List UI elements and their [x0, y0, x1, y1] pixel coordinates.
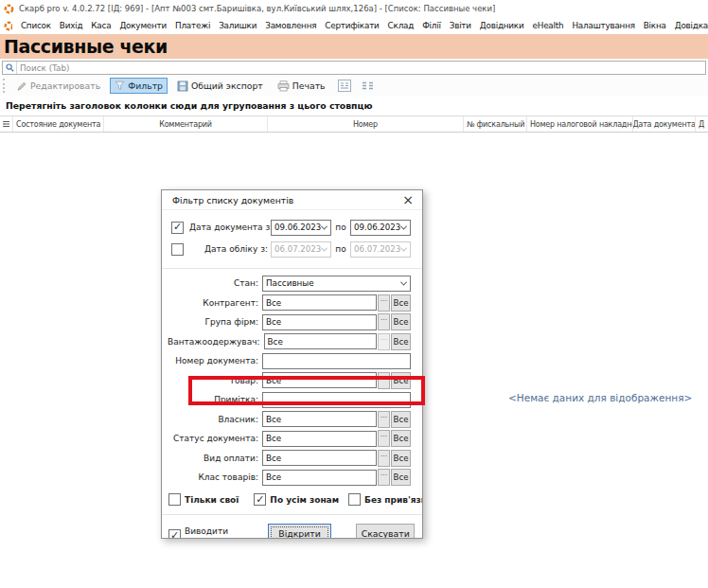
menu-item-14[interactable]: Вікна [644, 21, 666, 30]
no-cash-link-checkbox[interactable] [348, 493, 361, 506]
search-box[interactable] [2, 61, 706, 75]
filter-button[interactable]: Фильтр [110, 78, 168, 94]
menu-item-15[interactable]: Довідка [675, 21, 708, 30]
status-dokumenta-input[interactable]: Все [262, 431, 377, 447]
field-nomer-dokumenta: Номер документа: [168, 351, 411, 371]
toolbar-grip [3, 79, 6, 93]
app-window: Скарб pro v. 4.0.2.72 [ІД: 969] - [Апт №… [0, 0, 708, 588]
menu-item-9[interactable]: Філії [422, 21, 441, 30]
column-header-status[interactable]: Состояние документа [13, 116, 104, 132]
vantazhooderzhuvach-input[interactable]: Все [264, 333, 377, 349]
search-row [0, 59, 708, 76]
all-zones-option[interactable]: По усім зонам [254, 493, 339, 506]
open-button[interactable]: Відкрити [268, 524, 332, 540]
close-icon[interactable]: × [402, 194, 414, 205]
all-button[interactable]: Все [391, 430, 411, 447]
browse-button[interactable]: ... [378, 469, 390, 486]
kontragent-input[interactable]: Все [262, 294, 377, 311]
chevron-down-icon [400, 278, 407, 285]
date-between-label: по [334, 244, 347, 254]
edit-button[interactable]: Редактировать [11, 78, 105, 95]
menu-item-3[interactable]: Документи [119, 21, 167, 30]
fiscal-display-button[interactable] [335, 77, 354, 95]
menu-item-5[interactable]: Залишки [219, 21, 257, 30]
page-title: Пассивные чеки [4, 36, 168, 57]
dialog-title-bar: Фільтр списку документів × [162, 190, 422, 210]
date-filter-section: Дата документа з: 09.06.2023 по 09.06.20… [162, 210, 422, 269]
column-header-comment[interactable]: Комментарий [104, 116, 268, 132]
column-chooser-icon[interactable] [0, 116, 13, 132]
menu-item-10[interactable]: Звіти [450, 21, 471, 30]
doc-date-to-select[interactable]: 09.06.2023 [350, 220, 411, 236]
browse-button[interactable]: ... [378, 313, 390, 330]
account-date-label: Дата обліку з: [189, 244, 271, 254]
columns-icon [362, 81, 374, 91]
menu-item-1[interactable]: Вихід [60, 21, 82, 30]
account-date-from-select[interactable]: 06.07.2023 [271, 241, 331, 258]
all-button[interactable]: Все [391, 411, 411, 428]
print-button[interactable]: Печать [273, 78, 330, 95]
menu-item-6[interactable]: Замовлення [265, 21, 316, 30]
all-button[interactable]: Все [391, 294, 411, 312]
toolbar: Редактировать Фильтр Общий экспорт Печат… [0, 76, 708, 96]
always-show-checkbox[interactable] [168, 529, 181, 539]
menu-item-8[interactable]: Склад [388, 21, 415, 30]
funnel-icon [115, 80, 125, 91]
menu-item-4[interactable]: Платежі [175, 21, 210, 30]
vyd-oplaty-input[interactable]: Все [262, 450, 377, 466]
search-input[interactable] [17, 63, 705, 73]
no-cash-link-option[interactable]: Без прив'язки до каси [348, 493, 422, 506]
account-date-to-select[interactable]: 06.07.2023 [350, 241, 411, 258]
column-header-fiscal-number[interactable]: № фискальный [464, 116, 527, 132]
columns-button[interactable] [359, 79, 377, 94]
menu-item-13[interactable]: Налаштування [572, 21, 634, 30]
all-button[interactable]: Все [391, 450, 411, 467]
date-between-label: по [334, 223, 347, 232]
klas-tovariv-input[interactable]: Все [262, 470, 377, 486]
menu-item-2[interactable]: Каса [91, 21, 111, 30]
menu-item-7[interactable]: Сертифікати [325, 21, 379, 30]
chevron-down-icon [321, 244, 327, 251]
browse-button[interactable]: ... [378, 294, 390, 312]
account-date-checkbox[interactable] [171, 243, 184, 256]
doc-date-checkbox[interactable] [171, 222, 184, 234]
nomer-dokumenta-input[interactable] [262, 353, 411, 369]
always-show-option[interactable]: Виводити завжди [168, 526, 256, 540]
all-button[interactable]: Все [391, 313, 411, 330]
pencil-icon [16, 80, 27, 92]
stan-select[interactable]: Пассивные [262, 276, 411, 292]
column-header-doc-date[interactable]: Дата документа [633, 116, 696, 132]
doc-date-row: Дата документа з: 09.06.2023 по 09.06.20… [171, 218, 411, 237]
fiscal-display-icon [338, 80, 351, 92]
account-date-row: Дата обліку з: 06.07.2023 по 06.07.2023 [171, 240, 411, 258]
dialog-footer: Виводити завжди Відкрити Скасувати [162, 514, 422, 540]
only-own-option[interactable]: Тільки свої [168, 493, 239, 506]
browse-button[interactable]: ... [378, 450, 390, 467]
chevron-down-icon [400, 223, 407, 229]
app-logo-icon [4, 4, 14, 14]
app-logo-icon [4, 21, 12, 31]
vlasnyk-input[interactable]: Все [262, 411, 377, 427]
column-header-number[interactable]: Номер [268, 116, 464, 132]
chevron-down-icon [400, 244, 407, 251]
browse-button-disabled: ... [378, 333, 390, 350]
field-grupa-firm: Група фірм: Все ... Все [168, 312, 411, 332]
browse-button[interactable]: ... [378, 411, 390, 428]
doc-date-from-select[interactable]: 09.06.2023 [271, 220, 331, 236]
menu-item-11[interactable]: Довідники [480, 21, 524, 30]
cancel-button[interactable]: Скасувати [356, 524, 415, 540]
all-zones-checkbox[interactable] [254, 493, 266, 506]
browse-button[interactable]: ... [378, 430, 390, 447]
column-header-cut[interactable]: Д [696, 116, 708, 132]
all-button[interactable]: Все [391, 469, 411, 486]
export-button[interactable]: Общий экспорт [172, 78, 268, 95]
menu-bar: Список Вихід Каса Документи Платежі Зали… [0, 17, 708, 34]
chevron-down-icon [321, 223, 327, 229]
only-own-checkbox[interactable] [168, 493, 181, 506]
menu-item-0[interactable]: Список [21, 21, 51, 30]
menu-item-12[interactable]: eHealth [533, 21, 564, 30]
all-button[interactable]: Все [391, 333, 411, 350]
field-vyd-oplaty: Вид оплати: Все ... Все [168, 449, 411, 469]
grupa-firm-input[interactable]: Все [262, 314, 377, 330]
column-header-tax-invoice[interactable]: Номер налоговой накладной [527, 116, 633, 132]
